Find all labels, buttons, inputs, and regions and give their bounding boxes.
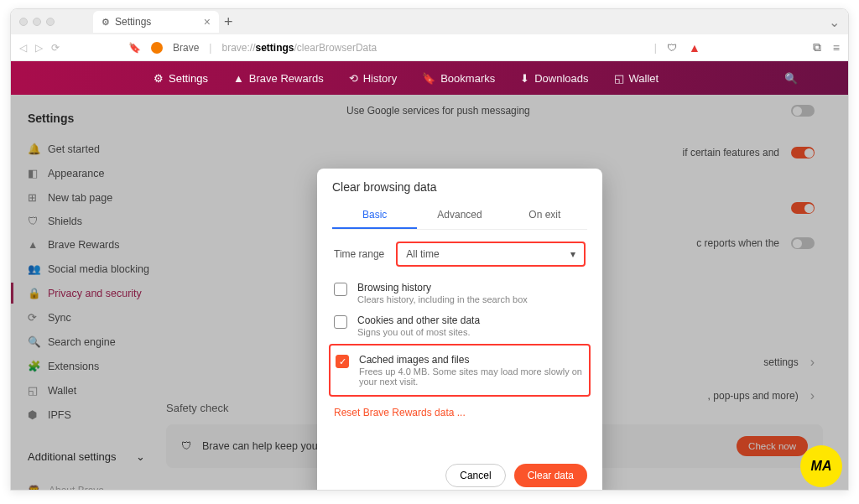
time-range-highlight: All time ▾ (396, 242, 586, 267)
opt-browsing-history[interactable]: Browsing historyClears history, includin… (334, 277, 586, 309)
nav-settings[interactable]: ⚙Settings (154, 72, 208, 85)
pip-icon[interactable]: ⧉ (813, 40, 821, 55)
bookmark-icon[interactable]: 🔖 (128, 42, 141, 54)
nav-history[interactable]: ⟲History (349, 72, 397, 85)
reset-rewards-link[interactable]: Reset Brave Rewards data ... (317, 402, 602, 427)
forward-icon[interactable]: ▷ (35, 42, 43, 54)
tab-advanced[interactable]: Advanced (417, 202, 502, 229)
shield-icon[interactable]: 🛡 (667, 42, 677, 54)
address-bar: ◁ ▷ ⟳ 🔖 Brave | brave://settings/clearBr… (11, 34, 848, 61)
opt-cached[interactable]: ✓ Cached images and filesFrees up 4.0 MB… (336, 349, 584, 392)
dialog-title: Clear browsing data (317, 169, 602, 202)
window-dots (19, 18, 55, 26)
tab-basic[interactable]: Basic (332, 202, 417, 229)
brave-lion-icon (151, 42, 163, 54)
url-field[interactable]: brave://settings/clearBrowserData (221, 42, 643, 54)
clear-data-button[interactable]: Clear data (514, 464, 587, 487)
nav-bookmarks[interactable]: 🔖Bookmarks (422, 72, 495, 85)
opt-cached-highlight: ✓ Cached images and filesFrees up 4.0 MB… (329, 344, 591, 397)
checkbox[interactable] (334, 283, 347, 296)
rewards-icon[interactable]: ▲ (689, 41, 700, 55)
nav-search-icon[interactable]: 🔍 (784, 72, 798, 85)
reload-icon[interactable]: ⟳ (51, 42, 60, 54)
nav-downloads[interactable]: ⬇Downloads (520, 72, 588, 85)
back-icon[interactable]: ◁ (19, 42, 27, 54)
tab-title: Settings (115, 16, 151, 28)
clear-data-dialog: Clear browsing data Basic Advanced On ex… (317, 169, 602, 491)
tabs-dropdown-icon[interactable]: ⌄ (829, 14, 840, 30)
close-tab-icon[interactable]: × (204, 15, 211, 29)
ma-badge: MA (800, 445, 842, 487)
tab-strip: ⚙ Settings × + ⌄ (11, 9, 848, 34)
time-range-select[interactable]: All time (406, 248, 570, 260)
chevron-down-icon[interactable]: ▾ (570, 248, 575, 260)
browser-tab[interactable]: ⚙ Settings × (93, 11, 219, 33)
new-tab-button[interactable]: + (224, 13, 233, 31)
gear-icon: ⚙ (102, 17, 110, 28)
menu-icon[interactable]: ≡ (833, 41, 840, 55)
brave-top-nav: ⚙Settings ▲Brave Rewards ⟲History 🔖Bookm… (11, 61, 848, 95)
checkbox-checked[interactable]: ✓ (336, 355, 349, 368)
opt-cookies[interactable]: Cookies and other site dataSigns you out… (334, 309, 586, 342)
nav-wallet[interactable]: ◱Wallet (614, 72, 659, 85)
brand-label: Brave (173, 42, 199, 54)
tab-on-exit[interactable]: On exit (502, 202, 587, 229)
checkbox[interactable] (334, 315, 347, 329)
nav-rewards[interactable]: ▲Brave Rewards (233, 72, 324, 85)
cancel-button[interactable]: Cancel (445, 464, 505, 487)
time-range-label: Time range (334, 248, 384, 260)
